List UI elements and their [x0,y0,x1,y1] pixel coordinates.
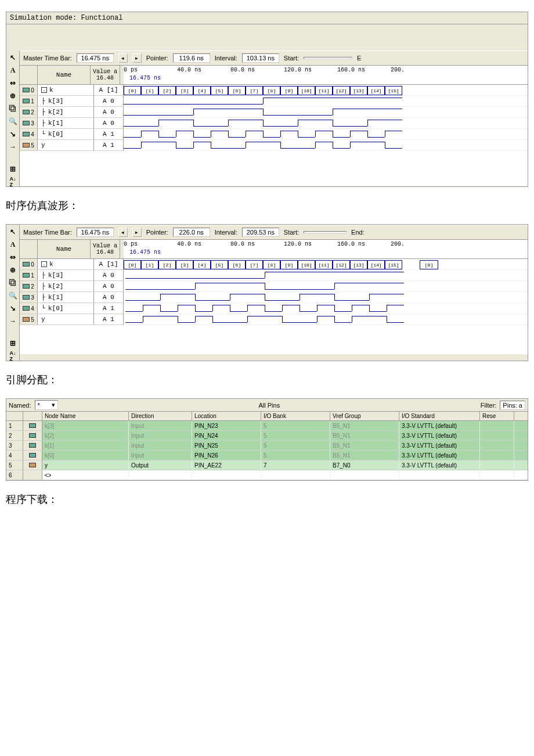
bus-segment: [11] [315,260,333,269]
next-icon[interactable]: ▸ [132,228,142,237]
bus-segment: [13] [350,86,367,95]
signal-row[interactable]: 1├k[3]A 0 [20,96,124,107]
reserved [480,451,514,460]
node-name[interactable]: y [42,460,129,470]
tool-column: ↖ A ⇔ ⊕ ⿻ 🔍 ↘ → ⊞ A↓Z [6,51,20,186]
signal-row[interactable]: 5yA 1 [20,314,124,325]
bus-segment: [3] [176,86,193,95]
pointer-icon[interactable]: ↖ [8,53,17,62]
signal-column: Name Value a16.48 0-kA [1]1├k[3]A 02├k[2… [20,240,124,354]
arrow-right-icon[interactable]: → [8,142,17,152]
node-name[interactable]: k[2] [42,431,129,440]
waveform-column[interactable]: 16.475 ns 0 ps40.0 ns80.0 ns120.0 ns160.… [124,240,528,354]
signal-row[interactable]: 5yA 1 [20,140,124,151]
tool-column: ↖ A ⇔ ⊕ ⿻ 🔍 ↘ → ⊞ A↓Z [6,225,20,361]
bus-segment: [4] [193,86,211,95]
text-a-icon[interactable]: A [8,240,17,249]
time-tick: 0 ps [124,67,138,73]
named-dropdown[interactable]: *▾ [35,400,58,410]
prev-icon[interactable]: ◂ [118,53,128,63]
sort-icon[interactable]: A↓Z [8,177,17,186]
node-name[interactable]: k[1] [42,441,129,450]
io-standard[interactable] [399,470,480,480]
group-icon[interactable]: ⊞ [8,164,17,174]
expand-icon[interactable]: - [41,87,47,93]
copy-icon[interactable]: ⿻ [8,104,17,113]
wave-row [124,303,528,314]
filter-dropdown[interactable]: Pins: a [500,401,525,410]
pin-row[interactable]: 1k[3]InputPIN_N235B5_N13.3-V LVTTL (defa… [6,421,528,431]
time-tick: 160.0 ns [337,67,365,73]
io-standard[interactable]: 3.3-V LVTTL (default) [399,421,480,430]
prev-icon[interactable]: ◂ [118,228,128,237]
pin-row[interactable]: 2k[2]InputPIN_N245B5_N13.3-V LVTTL (defa… [6,431,528,441]
input-pin-icon [29,453,36,458]
direction: Input [129,451,192,460]
node-name[interactable]: k[0] [42,451,129,460]
location[interactable]: PIN_N24 [192,431,261,440]
sort-icon[interactable]: A↓Z [8,351,17,361]
pointer-label: Pointer: [146,229,168,236]
time-tick: 80.0 ns [230,241,255,247]
pin-row[interactable]: 4k[0]InputPIN_N265B5_N13.3-V LVTTL (defa… [6,451,528,460]
signal-row[interactable]: 2├k[2]A 0 [20,281,124,292]
time-tick: 80.0 ns [230,67,255,73]
master-val[interactable]: 16.475 ns [77,228,114,237]
signal-row[interactable]: 1├k[3]A 0 [20,270,124,281]
find-icon[interactable]: 🔍 [8,291,17,300]
time-tick: 40.0 ns [177,67,201,73]
signal-row[interactable]: 0-kA [1] [20,259,124,270]
signal-row[interactable]: 4└k[0]A 1 [20,129,124,140]
expand-icon[interactable]: - [41,261,47,267]
signal-value: A 0 [94,96,124,106]
io-standard[interactable]: 3.3-V LVTTL (default) [399,451,480,460]
next-icon[interactable]: ▸ [132,53,142,63]
signal-row[interactable]: 3├k[1]A 0 [20,118,124,129]
node-name[interactable]: k[3] [42,421,129,430]
io-standard[interactable]: 3.3-V LVTTL (default) [399,441,480,450]
location[interactable]: PIN_N26 [192,451,261,460]
location[interactable] [192,470,261,480]
pin-row[interactable]: 6<> [6,470,528,480]
replace-icon[interactable]: ↘ [8,304,17,313]
io-standard[interactable]: 3.3-V LVTTL (default) [399,460,480,470]
signal-row[interactable]: 4└k[0]A 1 [20,303,124,314]
reserved [480,431,514,440]
group-icon[interactable]: ⊞ [8,339,17,348]
signal-name: k[2] [48,283,63,290]
start-val[interactable] [304,57,352,59]
pointer-val: 226.0 ns [173,228,210,237]
bus-segment: [12] [333,86,350,95]
time-tick: 160.0 ns [337,241,365,247]
master-val[interactable]: 16.475 ns [77,53,114,63]
text-a-icon[interactable]: A [8,66,17,75]
signal-name: k[3] [48,98,63,105]
pointer-icon[interactable]: ↖ [8,227,17,236]
resize-icon[interactable]: ⇔ [8,78,17,88]
io-bank: 5 [261,421,330,430]
signal-row[interactable]: 3├k[1]A 0 [20,292,124,303]
start-val[interactable] [304,231,347,233]
location[interactable]: PIN_AE22 [192,460,261,470]
pin-row[interactable]: 5yOutputPIN_AE227B7_N03.3-V LVTTL (defau… [6,460,528,470]
pin-row[interactable]: 3k[1]InputPIN_N255B5_N13.3-V LVTTL (defa… [6,441,528,451]
node-name[interactable]: <> [42,470,129,480]
interval-val: 103.13 ns [242,53,279,63]
signal-value: A 0 [94,118,124,128]
location[interactable]: PIN_N23 [192,421,261,430]
zoom-icon[interactable]: ⊕ [8,265,17,275]
wave-row [124,129,528,140]
copy-icon[interactable]: ⿻ [8,278,17,287]
location[interactable]: PIN_N25 [192,441,261,450]
signal-row[interactable]: 2├k[2]A 0 [20,107,124,118]
bus-segment: [10] [298,86,315,95]
zoom-icon[interactable]: ⊕ [8,91,17,100]
signal-row[interactable]: 0-kA [1] [20,85,124,96]
input-pin-icon [29,423,36,428]
find-icon[interactable]: 🔍 [8,117,17,126]
waveform-column[interactable]: 16.475 ns 0 ps40.0 ns80.0 ns120.0 ns160.… [124,66,528,186]
replace-icon[interactable]: ↘ [8,129,17,139]
io-standard[interactable]: 3.3-V LVTTL (default) [399,431,480,440]
arrow-right-icon[interactable]: → [8,316,17,326]
resize-icon[interactable]: ⇔ [8,253,17,262]
